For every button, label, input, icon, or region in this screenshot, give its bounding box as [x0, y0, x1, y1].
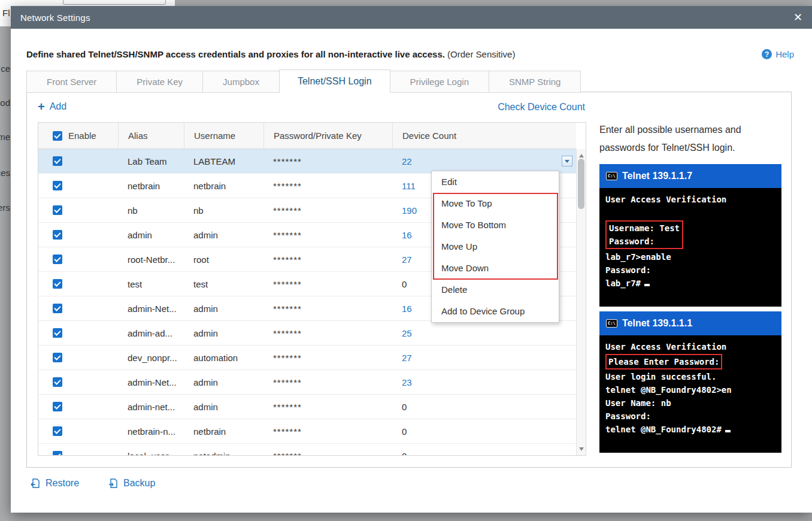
close-icon[interactable]: ✕: [793, 12, 802, 23]
device-count-value: 0: [402, 279, 407, 289]
table-row[interactable]: admin-net... admin ******* 0: [38, 395, 576, 419]
menu-item-move-to-top[interactable]: Move To Top: [432, 193, 559, 214]
password-cell: *******: [263, 205, 392, 216]
terminal-line: lab_r7>enable: [605, 250, 775, 263]
password-cell: *******: [263, 230, 392, 240]
tab-privilege-login[interactable]: Privilege Login: [390, 71, 489, 93]
terminal-title: Telnet 139.1.1.1: [622, 318, 692, 329]
background-button-fragment: [63, 0, 166, 5]
tab-content: + Add Check Device Count Enable Alias Us…: [26, 92, 792, 468]
row-checkbox[interactable]: [53, 304, 62, 313]
dialog-title: Network Settings: [20, 13, 90, 23]
dialog-description: Define shared Telnet/SSH/SNMP access cre…: [26, 49, 515, 59]
table-row[interactable]: local_user... netadmin ******* 0: [38, 444, 576, 456]
password-cell: *******: [263, 377, 392, 387]
background-text-fragment: ce: [0, 63, 10, 74]
row-checkbox[interactable]: [53, 328, 62, 338]
row-checkbox[interactable]: [53, 156, 62, 166]
alias-cell: admin-Net...: [118, 304, 184, 314]
row-checkbox[interactable]: [53, 279, 62, 289]
tab-telnet-ssh-login[interactable]: Telnet/SSH Login: [279, 69, 390, 93]
table-row[interactable]: netbrain-n... netbrain ******* 0: [38, 419, 576, 444]
table-row[interactable]: Lab Team LABTEAM ******* 22: [38, 149, 576, 174]
menu-item-edit[interactable]: Edit: [432, 171, 559, 193]
restore-button[interactable]: Restore: [30, 478, 79, 489]
password-header: Password/Private Key: [263, 123, 392, 149]
telnet-terminal-screenshot: C:\ Telnet 139.1.1.7 User Access Verific…: [599, 164, 781, 307]
background-text-fragment: od: [0, 98, 10, 108]
tab-private-key[interactable]: Private Key: [116, 71, 203, 93]
table-row[interactable]: admin-ad... admin ******* 25: [38, 321, 576, 346]
table-row[interactable]: dev_nonpr... automation ******* 27: [38, 346, 576, 370]
username-cell: admin: [184, 377, 263, 387]
add-button[interactable]: + Add: [38, 101, 66, 113]
instruction-line: passwords for Telnet/SSH login.: [599, 139, 741, 157]
device-count-link[interactable]: 22: [402, 156, 412, 166]
table-row[interactable]: admin-Net... admin ******* 23: [38, 370, 576, 395]
tab-jumpbox[interactable]: Jumpbox: [202, 71, 280, 93]
terminal-line: User login successful.: [605, 370, 775, 383]
telnet-terminal-screenshot: C:\ Telnet 139.1.1.1 User Access Verific…: [599, 311, 781, 453]
username-cell: netbrain: [184, 181, 263, 191]
dialog-titlebar[interactable]: Network Settings ✕: [11, 6, 812, 29]
restore-icon: [30, 478, 41, 489]
backup-button[interactable]: Backup: [108, 478, 155, 489]
terminal-line: Password:: [609, 235, 680, 248]
scrollbar-thumb[interactable]: [578, 159, 584, 209]
background-text-fragment: ers: [0, 202, 10, 213]
username-cell: root: [184, 255, 263, 265]
terminal-body: User Access Verification Please Enter Pa…: [599, 335, 781, 453]
vertical-scrollbar[interactable]: [576, 149, 586, 456]
select-all-checkbox[interactable]: [53, 131, 62, 141]
username-cell: automation: [184, 353, 263, 363]
device-count-link[interactable]: 27: [402, 353, 412, 363]
menu-item-delete[interactable]: Delete: [432, 279, 559, 301]
menu-item-move-up[interactable]: Move Up: [432, 236, 559, 258]
scroll-up-icon[interactable]: [579, 152, 584, 157]
tab-snmp-string[interactable]: SNMP String: [489, 71, 581, 93]
terminal-titlebar: C:\ Telnet 139.1.1.1: [599, 311, 781, 335]
device-count-link[interactable]: 16: [402, 230, 412, 240]
annotation-box: Please Enter Password:: [605, 354, 722, 369]
row-checkbox[interactable]: [53, 402, 62, 411]
device-count-link[interactable]: 111: [402, 181, 416, 191]
tab-bar: Front Server Private Key Jumpbox Telnet/…: [26, 69, 580, 93]
check-device-count-link[interactable]: Check Device Count: [498, 102, 585, 113]
row-checkbox[interactable]: [53, 353, 62, 362]
background-text-fragment: ces: [0, 168, 10, 178]
help-icon: ?: [762, 49, 772, 59]
tab-front-server[interactable]: Front Server: [26, 71, 117, 93]
username-cell: admin: [184, 304, 263, 314]
row-checkbox[interactable]: [53, 230, 62, 240]
username-cell: admin: [184, 230, 263, 240]
username-cell: netadmin: [184, 451, 263, 456]
row-checkbox[interactable]: [53, 181, 62, 190]
username-cell: test: [184, 279, 263, 289]
row-checkbox[interactable]: [53, 377, 62, 387]
terminal-blank-line: [605, 206, 775, 219]
username-header: Username: [184, 123, 263, 149]
device-count-link[interactable]: 27: [402, 255, 412, 265]
row-checkbox[interactable]: [53, 255, 62, 264]
side-panel-instruction: Enter all possible usernames and passwor…: [599, 121, 741, 157]
terminal-prompt-line: telnet @NB_Foundry4802#: [605, 423, 775, 436]
device-count-link[interactable]: 23: [402, 377, 412, 387]
help-link[interactable]: ? Help: [762, 49, 794, 59]
terminal-line: Password:: [605, 263, 775, 277]
description-order-sensitive: (Order Sensitive): [447, 49, 515, 59]
device-count-link[interactable]: 25: [402, 328, 412, 338]
menu-item-add-to-device-group[interactable]: Add to Device Group: [432, 301, 559, 322]
row-checkbox[interactable]: [53, 205, 62, 215]
device-count-link[interactable]: 190: [402, 205, 417, 216]
terminal-line: User Access Verification: [605, 340, 775, 353]
device-count-link[interactable]: 16: [402, 304, 412, 314]
row-checkbox[interactable]: [53, 451, 62, 456]
menu-item-move-to-bottom[interactable]: Move To Bottom: [432, 214, 559, 236]
row-context-menu: Edit Move To Top Move To Bottom Move Up …: [431, 171, 559, 323]
scroll-down-icon[interactable]: [579, 447, 584, 453]
menu-item-move-down[interactable]: Move Down: [432, 258, 559, 279]
resize-grip[interactable]: [802, 511, 811, 520]
alias-cell: admin-net...: [118, 402, 184, 412]
row-checkbox[interactable]: [53, 426, 62, 436]
row-dropdown-button[interactable]: [562, 156, 572, 166]
